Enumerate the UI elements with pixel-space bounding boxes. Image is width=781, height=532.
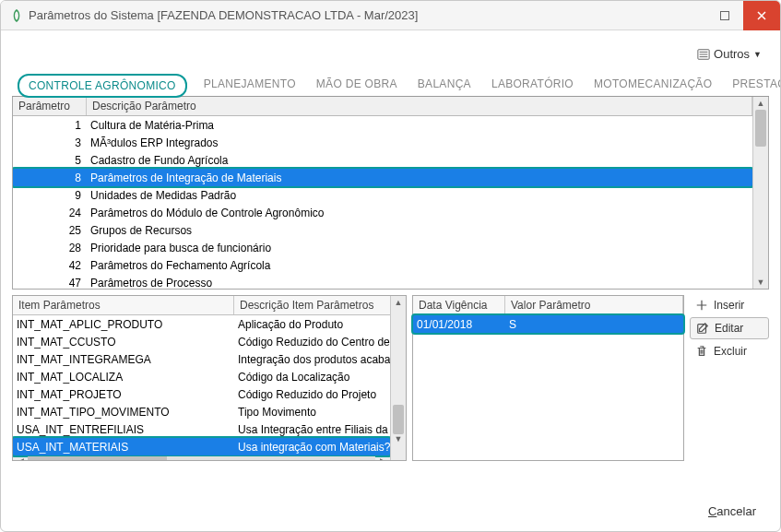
maximize-icon — [720, 11, 729, 20]
cell-item-code: INT_MAT_PROJETO — [13, 388, 234, 401]
table-row[interactable]: 9Unidades de Medidas Padrão — [13, 186, 752, 204]
cell-param-desc: Cadastro de Fundo Agrícola — [87, 154, 752, 167]
scroll-up-icon[interactable]: ▲ — [391, 296, 406, 309]
table-row[interactable]: INT_MAT_INTEGRAMEGAIntegração dos produt… — [13, 350, 390, 368]
excluir-label: Excluir — [714, 345, 747, 358]
maximize-button[interactable] — [706, 1, 743, 30]
cell-param-desc: Unidades de Medidas Padrão — [87, 189, 752, 202]
item-grid-hscrollbar[interactable]: ◀ ▶ — [13, 455, 390, 460]
cell-param-desc: Cultura de Matéria-Prima — [87, 119, 752, 132]
cell-item-code: INT_MAT_APLIC_PRODUTO — [13, 318, 234, 331]
table-row[interactable]: 5Cadastro de Fundo Agrícola — [13, 151, 752, 169]
inserir-button[interactable]: Inserir — [690, 295, 769, 315]
cell-param-id: 47 — [13, 277, 87, 290]
cell-param-desc: Grupos de Recursos — [87, 224, 752, 237]
scroll-thumb[interactable] — [393, 405, 404, 434]
table-row[interactable]: INT_MAT_PROJETOCódigo Reduzido do Projet… — [13, 385, 390, 403]
table-row[interactable]: INT_MAT_APLIC_PRODUTOAplicação do Produt… — [13, 315, 390, 333]
cell-item-desc: Código da Localização — [234, 371, 390, 384]
close-icon — [757, 11, 766, 20]
scroll-left-icon[interactable]: ◀ — [13, 456, 28, 460]
close-button[interactable] — [743, 1, 780, 30]
svg-rect-0 — [721, 11, 729, 19]
item-grid-vscrollbar[interactable]: ▲ ▼ — [390, 296, 406, 460]
table-row[interactable]: 1Cultura de Matéria-Prima — [13, 116, 752, 134]
scroll-up-icon[interactable]: ▲ — [753, 97, 768, 110]
tab-controle-agronomico[interactable]: CONTROLE AGRÔNOMICO — [18, 74, 187, 98]
table-row[interactable]: 42Parâmetros do Fechamento Agrícola — [13, 256, 752, 274]
inserir-label: Inserir — [714, 299, 744, 312]
col-header-parametro[interactable]: Parâmetro — [13, 97, 87, 115]
table-row[interactable]: 8Parâmetros de Integração de Materiais — [13, 169, 752, 186]
outros-dropdown[interactable]: Outros ▼ — [693, 45, 765, 63]
scroll-down-icon[interactable]: ▼ — [391, 432, 406, 445]
parametros-grid-scrollbar[interactable]: ▲ ▼ — [752, 97, 768, 289]
cancel-rest: ancelar — [716, 504, 756, 518]
table-row[interactable]: 25Grupos de Recursos — [13, 221, 752, 239]
cell-param-id: 8 — [13, 171, 87, 184]
cell-item-desc: Tipo Movimento — [234, 406, 390, 419]
cell-param-desc: Parâmetros de Processo — [87, 277, 752, 290]
tab-motomecanizacao[interactable]: MOTOMECANIZAÇÃO — [590, 72, 716, 96]
cell-param-id: 9 — [13, 189, 87, 202]
cell-date: 01/01/2018 — [413, 318, 505, 331]
list-icon — [697, 48, 710, 61]
table-row[interactable]: 24Parâmetros do Módulo de Controle Agron… — [13, 204, 752, 221]
cell-param-id: 42 — [13, 259, 87, 272]
tab-balanca[interactable]: BALANÇA — [414, 72, 475, 96]
col-header-valor-parametro[interactable]: Valor Parâmetro — [505, 296, 683, 314]
cell-param-id: 24 — [13, 207, 87, 219]
window-title: Parâmetros do Sistema [FAZENDA DEMONSTRA… — [29, 8, 706, 22]
cancel-hotkey: C — [708, 504, 716, 518]
cell-param-id: 25 — [13, 224, 87, 237]
cancelar-button[interactable]: Cancelar — [697, 501, 767, 522]
hscroll-thumb[interactable] — [28, 456, 167, 460]
scroll-thumb[interactable] — [755, 110, 766, 147]
outros-label: Outros — [714, 47, 750, 61]
tab-prestacao-servicos[interactable]: PRESTAÇÃO DE SERVIÇOS — [728, 72, 781, 96]
table-row[interactable]: 01/01/2018S — [413, 315, 683, 333]
tab-planejamento[interactable]: PLANEJAMENTO — [200, 72, 300, 96]
cell-item-desc: Usa integração com Materiais? — [234, 441, 390, 454]
cell-item-desc: Aplicação do Produto — [234, 318, 390, 331]
titlebar: Parâmetros do Sistema [FAZENDA DEMONSTRA… — [1, 1, 780, 30]
edit-icon — [696, 322, 709, 335]
tab-mao-de-obra[interactable]: MÃO DE OBRA — [313, 72, 401, 96]
cell-item-code: USA_INT_ENTREFILIAIS — [13, 423, 234, 436]
table-row[interactable]: INT_MAT_CCUSTOCódigo Reduzido do Centro … — [13, 333, 390, 350]
table-row[interactable]: INT_MAT_LOCALIZACódigo da Localização — [13, 368, 390, 385]
editar-button[interactable]: Editar — [690, 317, 769, 339]
cell-item-desc: Código Reduzido do Projeto — [234, 388, 390, 401]
cell-item-code: INT_MAT_TIPO_MOVIMENTO — [13, 406, 234, 419]
tab-laboratorio[interactable]: LABORATÓRIO — [488, 72, 577, 96]
table-row[interactable]: USA_INT_MATERIAISUsa integração com Mate… — [13, 438, 390, 455]
col-header-data-vigencia[interactable]: Data Vigência — [413, 296, 505, 314]
table-row[interactable]: 3MÃ³dulos ERP Integrados — [13, 134, 752, 151]
table-row[interactable]: 47Parâmetros de Processo — [13, 274, 752, 289]
plus-icon — [695, 299, 708, 312]
tabs-bar: CONTROLE AGRÔNOMICO PLANEJAMENTO MÃO DE … — [12, 72, 769, 97]
col-header-item[interactable]: Item Parâmetros — [13, 296, 234, 314]
trash-icon — [695, 345, 708, 358]
table-row[interactable]: 28Prioridade para busca de funcionário — [13, 239, 752, 256]
cell-item-desc: Integração dos produtos acaba — [234, 353, 390, 366]
parametros-grid-header: Parâmetro Descrição Parâmetro — [13, 97, 752, 116]
cell-param-desc: Parâmetros do Fechamento Agrícola — [87, 259, 752, 272]
scroll-right-icon[interactable]: ▶ — [375, 456, 390, 460]
vigencia-grid-header: Data Vigência Valor Parâmetro — [413, 296, 683, 315]
cell-item-code: INT_MAT_INTEGRAMEGA — [13, 353, 234, 366]
col-header-item-desc[interactable]: Descrição Item Parâmetros — [234, 296, 390, 314]
cell-item-code: INT_MAT_LOCALIZA — [13, 371, 234, 384]
cell-param-desc: Parâmetros de Integração de Materiais — [87, 171, 752, 184]
chevron-down-icon: ▼ — [753, 50, 762, 59]
col-header-descricao[interactable]: Descrição Parâmetro — [87, 97, 752, 115]
vigencia-grid: Data Vigência Valor Parâmetro 01/01/2018… — [412, 295, 684, 461]
cell-param-id: 3 — [13, 136, 87, 149]
cell-param-id: 1 — [13, 119, 87, 132]
scroll-down-icon[interactable]: ▼ — [753, 276, 768, 289]
excluir-button[interactable]: Excluir — [690, 341, 769, 361]
table-row[interactable]: INT_MAT_TIPO_MOVIMENTOTipo Movimento — [13, 403, 390, 420]
table-row[interactable]: USA_INT_ENTREFILIAISUsa Integração entre… — [13, 420, 390, 438]
cell-item-desc: Código Reduzido do Centro de C — [234, 336, 390, 349]
cell-item-desc: Usa Integração entre Filiais da — [234, 423, 390, 436]
